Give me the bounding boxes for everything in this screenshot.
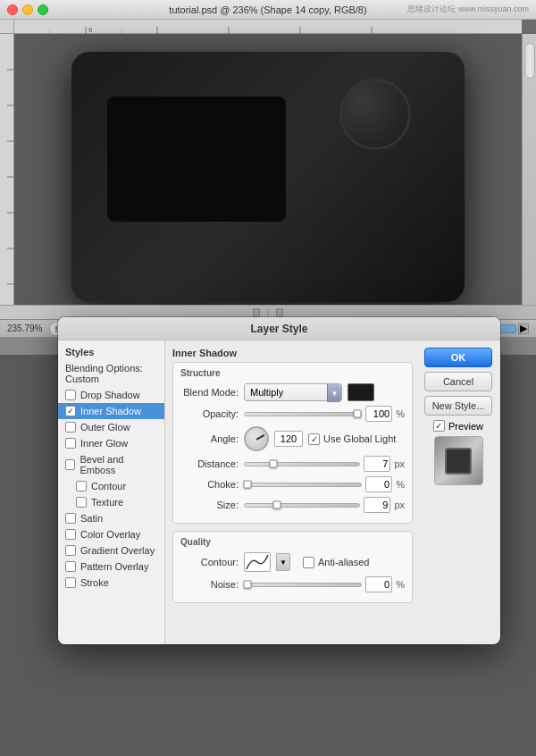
distance-slider[interactable] — [244, 462, 360, 466]
size-row: Size: 9 px — [180, 497, 405, 513]
blend-mode-arrow[interactable]: ▼ — [327, 384, 341, 402]
angle-label: Angle: — [180, 433, 239, 444]
device-screen — [107, 97, 286, 222]
noise-row: Noise: 0 % — [180, 576, 405, 592]
maximize-button[interactable] — [38, 4, 48, 15]
opacity-thumb[interactable] — [354, 410, 362, 418]
inner-shadow-section-label: Inner Shadow — [172, 348, 413, 358]
device-area — [14, 34, 522, 319]
distance-thumb[interactable] — [270, 460, 278, 468]
opacity-value[interactable]: 100 — [365, 406, 392, 422]
sidebar-item-inner-glow[interactable]: Inner Glow — [58, 435, 164, 451]
dialog-sidebar: Styles Blending Options: Custom Drop Sha… — [58, 340, 165, 644]
opacity-slider[interactable] — [244, 412, 362, 416]
structure-group: Structure Blend Mode: Multiply ▼ Opacity… — [172, 362, 413, 524]
sidebar-item-stroke[interactable]: Stroke — [58, 575, 164, 591]
preview-checkbox[interactable] — [433, 420, 445, 432]
next-arrow[interactable]: ▶ — [518, 323, 529, 334]
blend-mode-select[interactable]: Multiply ▼ — [244, 383, 342, 401]
texture-checkbox[interactable] — [76, 497, 87, 508]
noise-value[interactable]: 0 — [365, 576, 392, 592]
drop-shadow-label: Drop Shadow — [80, 390, 140, 400]
sidebar-item-gradient-overlay[interactable]: Gradient Overlay — [58, 542, 164, 559]
device-circle — [339, 79, 411, 150]
preview-checkbox-label: Preview — [433, 420, 483, 432]
gradient-overlay-label: Gradient Overlay — [80, 545, 155, 556]
inner-shadow-label-text: Inner Shadow — [80, 406, 141, 416]
noise-slider[interactable] — [244, 583, 362, 587]
choke-slider[interactable] — [244, 483, 362, 487]
choke-row: Choke: 0 % — [180, 476, 405, 492]
distance-row: Distance: 7 px — [180, 456, 405, 472]
angle-line — [256, 434, 264, 440]
opacity-label: Opacity: — [180, 408, 239, 419]
noise-label: Noise: — [180, 579, 239, 590]
noise-slider-container: 0 % — [244, 576, 405, 592]
angle-widget[interactable] — [244, 426, 269, 451]
sidebar-item-color-overlay[interactable]: Color Overlay — [58, 526, 164, 542]
size-value[interactable]: 9 — [364, 497, 390, 513]
scroll-right[interactable] — [522, 34, 536, 305]
sidebar-item-blending[interactable]: Blending Options: Custom — [58, 360, 164, 387]
ok-button[interactable]: OK — [424, 348, 492, 367]
global-light-checkbox[interactable] — [308, 433, 320, 445]
size-thumb[interactable] — [272, 501, 281, 509]
stroke-checkbox[interactable] — [65, 577, 76, 588]
satin-checkbox[interactable] — [65, 513, 76, 524]
ruler-left — [0, 34, 14, 319]
svg-text:6: 6 — [88, 26, 93, 34]
inner-glow-checkbox[interactable] — [65, 438, 76, 449]
sidebar-item-satin[interactable]: Satin — [58, 510, 164, 526]
gradient-overlay-checkbox[interactable] — [65, 545, 76, 556]
sidebar-item-bevel-emboss[interactable]: Bevel and Emboss — [58, 451, 164, 478]
color-overlay-label: Color Overlay — [80, 529, 140, 540]
distance-unit: px — [394, 458, 405, 469]
window-title: tutorial.psd @ 236% (Shape 14 copy, RGB/… — [169, 4, 366, 15]
outer-glow-label: Outer Glow — [80, 422, 130, 433]
layer-style-dialog: Layer Style Styles Blending Options: Cus… — [58, 317, 500, 644]
outer-glow-checkbox[interactable] — [65, 422, 76, 433]
pattern-overlay-checkbox[interactable] — [65, 561, 76, 572]
global-light-label: Use Global Light — [308, 433, 396, 445]
noise-unit: % — [396, 579, 405, 590]
anti-aliased-checkbox[interactable] — [303, 557, 314, 568]
angle-value[interactable]: 120 — [274, 431, 303, 447]
preview-label: Preview — [448, 421, 483, 432]
choke-thumb[interactable] — [243, 481, 251, 489]
blend-color-swatch[interactable] — [348, 383, 374, 401]
opacity-slider-container: 100 % — [244, 406, 405, 422]
opacity-row: Opacity: 100 % — [180, 406, 405, 422]
preview-thumbnail — [434, 436, 483, 485]
sidebar-item-outer-glow[interactable]: Outer Glow — [58, 419, 164, 435]
pattern-overlay-label: Pattern Overlay — [80, 561, 148, 572]
choke-value[interactable]: 0 — [365, 476, 392, 492]
preview-inner-shape — [445, 448, 472, 475]
cancel-button[interactable]: Cancel — [424, 372, 492, 391]
close-button[interactable] — [7, 4, 18, 15]
size-slider[interactable] — [244, 503, 360, 508]
zoom-level: 235.79% — [7, 323, 42, 333]
styles-label: Styles — [65, 347, 94, 357]
sidebar-item-contour[interactable]: Contour — [58, 478, 164, 494]
color-overlay-checkbox[interactable] — [65, 529, 76, 540]
noise-thumb[interactable] — [243, 581, 251, 589]
scroll-vertical-handle[interactable] — [524, 43, 535, 79]
bevel-checkbox[interactable] — [65, 459, 75, 470]
sidebar-item-texture[interactable]: Texture — [58, 494, 164, 510]
contour-preview[interactable] — [244, 552, 271, 572]
inner-glow-label: Inner Glow — [80, 438, 128, 449]
title-bar: tutorial.psd @ 236% (Shape 14 copy, RGB/… — [0, 0, 536, 20]
contour-arrow[interactable]: ▼ — [276, 553, 290, 571]
sidebar-item-styles[interactable]: Styles — [58, 344, 164, 360]
inner-shadow-checkbox[interactable]: ✓ — [65, 406, 76, 416]
watermark-text: 思绪设计论坛 www.missyuan.com — [407, 4, 529, 15]
contour-checkbox[interactable] — [76, 481, 87, 491]
sidebar-item-pattern-overlay[interactable]: Pattern Overlay — [58, 559, 164, 575]
new-style-button[interactable]: New Style... — [424, 396, 492, 416]
sidebar-item-inner-shadow[interactable]: ✓ Inner Shadow — [58, 403, 164, 419]
distance-value[interactable]: 7 — [364, 456, 390, 472]
canvas-area: 6 — [0, 20, 536, 319]
minimize-button[interactable] — [22, 4, 33, 15]
sidebar-item-drop-shadow[interactable]: Drop Shadow — [58, 387, 164, 403]
drop-shadow-checkbox[interactable] — [65, 390, 76, 400]
